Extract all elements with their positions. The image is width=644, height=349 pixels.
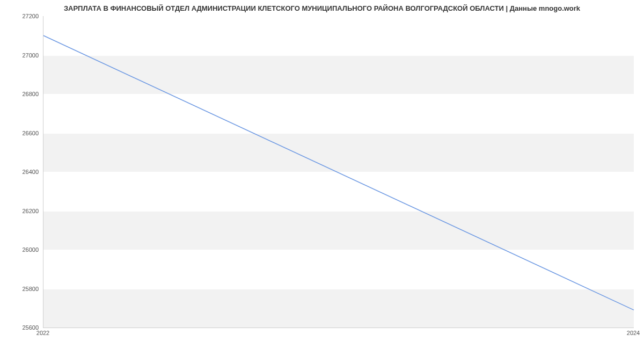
y-tick-label: 27000 — [1, 52, 39, 59]
y-tick-label: 26000 — [1, 246, 39, 253]
y-tick-label: 26200 — [1, 208, 39, 214]
line-layer — [43, 16, 634, 328]
y-tick-label: 26400 — [1, 169, 39, 175]
y-tick-label: 26800 — [1, 91, 39, 97]
chart-title: ЗАРПЛАТА В ФИНАНСОВЫЙ ОТДЕЛ АДМИНИСТРАЦИ… — [0, 4, 644, 12]
y-tick-label: 26600 — [1, 130, 39, 136]
x-tick-label: 2022 — [36, 330, 49, 336]
y-tick-label: 27200 — [1, 13, 39, 19]
series-line — [43, 35, 634, 310]
y-tick-label: 25800 — [1, 286, 39, 292]
x-tick-label: 2024 — [627, 330, 640, 336]
line-chart: ЗАРПЛАТА В ФИНАНСОВЫЙ ОТДЕЛ АДМИНИСТРАЦИ… — [0, 0, 644, 349]
y-tick-label: 25600 — [1, 324, 39, 331]
plot-area — [43, 16, 634, 328]
